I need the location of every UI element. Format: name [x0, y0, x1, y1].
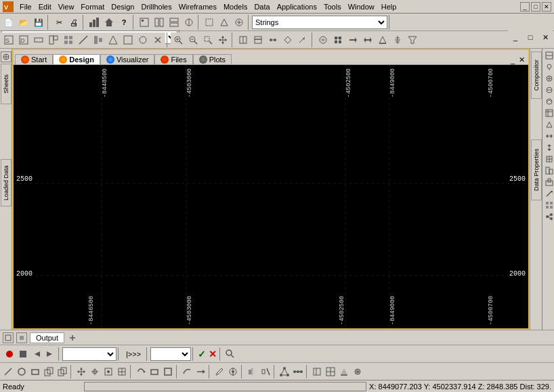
print-button[interactable]: 🖨: [66, 15, 81, 30]
window-min-button[interactable]: _: [508, 30, 523, 45]
draw-curve[interactable]: [259, 365, 272, 378]
t2-btn-16[interactable]: [251, 32, 265, 47]
draw-rotate[interactable]: [134, 365, 148, 378]
t2-btn-24[interactable]: [375, 32, 390, 47]
t2-btn-11[interactable]: [150, 32, 165, 47]
draw-node2[interactable]: [291, 365, 305, 378]
t2-btn-8[interactable]: [106, 32, 121, 47]
output-tab-output[interactable]: Output: [30, 332, 64, 343]
media-prev[interactable]: [30, 347, 43, 361]
help-button[interactable]: ?: [116, 15, 131, 30]
t2-btn-5[interactable]: [61, 32, 76, 47]
media-search-icon[interactable]: [223, 349, 236, 360]
rt-btn-6[interactable]: [544, 108, 554, 118]
t2-btn-17[interactable]: [265, 32, 280, 47]
media-next[interactable]: [43, 347, 57, 361]
tb-btn-a4[interactable]: [182, 15, 196, 30]
menu-data[interactable]: Data: [251, 2, 273, 12]
t2-btn-7[interactable]: [91, 32, 106, 47]
menu-tools[interactable]: Tools: [320, 2, 345, 12]
tb-btn-a2[interactable]: [152, 15, 167, 30]
rt-btn-9[interactable]: [544, 142, 554, 153]
tab-files[interactable]: Files: [154, 54, 192, 64]
new-button[interactable]: 📄: [1, 15, 16, 30]
viewport[interactable]: -8448500 -4503000 -4502500 -8449000 -450…: [14, 65, 528, 328]
rt-btn-7[interactable]: [544, 119, 554, 130]
cut-button[interactable]: ✂: [51, 15, 66, 30]
rt-btn-15[interactable]: [544, 211, 554, 222]
t2-zoom-out[interactable]: [186, 32, 200, 47]
draw-box1[interactable]: [148, 365, 161, 378]
tb-btn-a3[interactable]: [167, 15, 182, 30]
menu-format[interactable]: Format: [77, 2, 108, 12]
rt-btn-13[interactable]: [544, 188, 554, 199]
t2-btn-15[interactable]: [236, 32, 251, 47]
rt-btn-3[interactable]: [544, 73, 554, 84]
rt-btn-14[interactable]: [544, 200, 554, 211]
t2-btn-23[interactable]: [360, 32, 375, 47]
tab-visualizer[interactable]: Visualizer: [100, 54, 155, 64]
media-green-check[interactable]: ✓: [196, 349, 207, 360]
draw-extra4[interactable]: [351, 365, 364, 378]
draw-target[interactable]: [226, 365, 240, 378]
draw-move[interactable]: [74, 365, 88, 378]
minimize-button[interactable]: _: [520, 2, 530, 12]
t2-zoom-area[interactable]: [200, 32, 215, 47]
viewport-close[interactable]: ✕: [517, 56, 527, 64]
menu-design[interactable]: Design: [108, 2, 137, 12]
menu-file[interactable]: File: [16, 2, 35, 12]
t2-pan[interactable]: [215, 32, 230, 47]
tab-start[interactable]: Start: [15, 54, 53, 64]
rt-btn-12[interactable]: [544, 177, 554, 188]
output-btn2[interactable]: [16, 332, 27, 343]
draw-box2[interactable]: [161, 365, 175, 378]
open-button[interactable]: 📂: [16, 15, 31, 30]
window-x-button[interactable]: ✕: [538, 30, 553, 45]
draw-extra1[interactable]: [310, 365, 324, 378]
t2-btn-25[interactable]: [390, 32, 405, 47]
draw-extra3[interactable]: [337, 365, 351, 378]
t2-btn-20[interactable]: [316, 32, 331, 47]
menu-edit[interactable]: Edit: [35, 2, 55, 12]
data-properties-panel-label[interactable]: Data Properties: [531, 139, 542, 200]
t2-btn-9[interactable]: [121, 32, 135, 47]
t2-btn-2[interactable]: D: [16, 32, 31, 47]
draw-crosshair[interactable]: [88, 365, 102, 378]
tab-plots[interactable]: Plots: [193, 54, 232, 64]
t2-btn-6[interactable]: [76, 32, 91, 47]
t2-btn-1[interactable]: S: [1, 32, 16, 47]
rt-btn-4[interactable]: [544, 85, 554, 95]
draw-circle[interactable]: [15, 365, 28, 378]
menu-drillholes[interactable]: Drillholes: [137, 2, 175, 12]
menu-help[interactable]: Help: [378, 2, 400, 12]
loaded-data-panel-label[interactable]: Loaded Data: [1, 159, 12, 206]
draw-line[interactable]: [1, 365, 15, 378]
t2-btn-21[interactable]: [331, 32, 345, 47]
rt-btn-8[interactable]: [544, 131, 554, 141]
viewport-minimize[interactable]: _: [509, 56, 517, 64]
rt-btn-2[interactable]: [544, 62, 554, 72]
draw-arrow-right[interactable]: [194, 365, 207, 378]
rt-btn-10[interactable]: [544, 154, 554, 165]
menu-window[interactable]: Window: [345, 2, 378, 12]
tb-btn-b2[interactable]: [217, 15, 232, 30]
menu-applications[interactable]: Applications: [274, 2, 320, 12]
save-button[interactable]: 💾: [31, 15, 46, 30]
home-button[interactable]: [102, 15, 116, 30]
media-record[interactable]: [3, 347, 16, 361]
rt-btn-5[interactable]: [544, 96, 554, 107]
restore-button[interactable]: □: [531, 2, 540, 12]
t2-filter-btn[interactable]: [405, 32, 420, 47]
menu-view[interactable]: View: [55, 2, 78, 12]
string-type-select[interactable]: Strings: [252, 16, 387, 29]
menu-models[interactable]: Models: [220, 2, 251, 12]
media-stop[interactable]: [16, 347, 30, 361]
t2-zoom-in[interactable]: [171, 32, 186, 47]
left-panel-toggle[interactable]: [1, 51, 12, 62]
t2-btn-22[interactable]: [345, 32, 360, 47]
draw-node1[interactable]: [278, 365, 291, 378]
close-button[interactable]: ✕: [542, 2, 551, 12]
window-max-button[interactable]: □: [523, 30, 538, 45]
media-frames-select[interactable]: [62, 347, 116, 361]
media-red-x[interactable]: ✕: [207, 349, 218, 360]
